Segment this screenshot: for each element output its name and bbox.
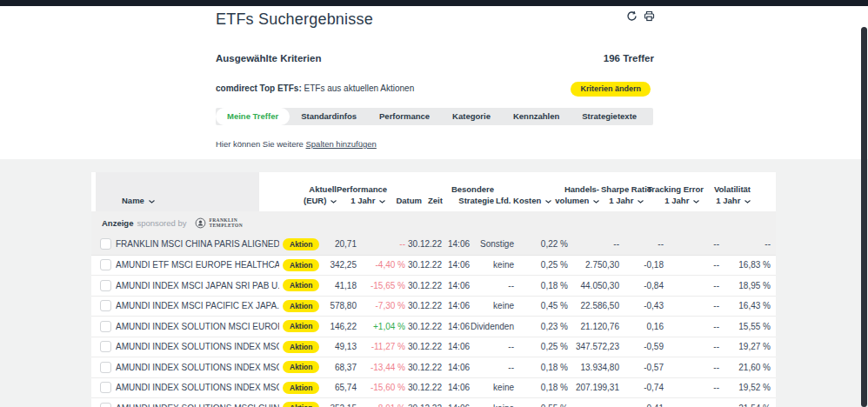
table-row: AMUNDI INDEX SOLUTIONS INDEX MSCI.. Akti…: [91, 357, 776, 378]
print-icon[interactable]: [644, 10, 655, 22]
table-row: FRANKLIN MSCI CHINA PARIS ALIGNED.. Akti…: [91, 234, 776, 255]
chevron-down-icon: [379, 200, 385, 204]
row-checkbox[interactable]: [100, 382, 111, 393]
row-checkbox[interactable]: [100, 341, 111, 352]
cell-datum: 30.12.22: [408, 363, 442, 372]
sponsored-label-row: Anzeige sponsored by FRANKLIN TEMPLETON: [91, 211, 776, 234]
cell-performance: -4,40 %: [376, 260, 405, 270]
table-row: AMUNDI ETF MSCI EUROPE HEALTHCARE.. Akti…: [91, 256, 776, 277]
aktion-badge[interactable]: Aktion: [283, 279, 319, 291]
vertical-scrollbar[interactable]: [861, 27, 867, 407]
aktion-badge[interactable]: Aktion: [283, 259, 319, 271]
etf-name-link[interactable]: AMUNDI INDEX SOLUTIONS INDEX MSCI..: [116, 383, 279, 392]
row-checkbox[interactable]: [100, 321, 111, 332]
cell-aktuell: 49,13: [335, 342, 357, 351]
change-criteria-button[interactable]: Kriterien ändern: [571, 82, 651, 97]
cell-tracking: --: [713, 363, 719, 372]
aktion-badge[interactable]: Aktion: [283, 320, 319, 332]
col-header-aktuell[interactable]: Aktuell(EUR): [301, 184, 337, 211]
cell-aktuell: 68,37: [335, 363, 357, 372]
etf-name-link[interactable]: FRANKLIN MSCI CHINA PARIS ALIGNED..: [116, 239, 279, 249]
row-checkbox[interactable]: [100, 362, 111, 373]
cell-sharpe: -0,18: [644, 260, 664, 270]
table-header-row: Name Aktuell(EUR) Performance1 Jahr Datu…: [91, 172, 776, 211]
table-row: AMUNDI INDEX SOLUTIONS INDEX MSCI.. Akti…: [91, 378, 776, 399]
cell-zeit: 14:06: [448, 383, 470, 392]
aktion-badge[interactable]: Aktion: [283, 300, 319, 312]
cell-datum: 30.12.22: [408, 260, 442, 270]
col-header-sharpe[interactable]: Sharpe Ratio1 Jahr: [601, 184, 647, 211]
row-checkbox[interactable]: [100, 259, 111, 270]
etf-name-link[interactable]: AMUNDI INDEX SOLUTIONS INDEX MSCI..: [116, 342, 279, 351]
cell-volumen: 2.750,30: [585, 260, 619, 270]
col-header-name[interactable]: Name: [96, 172, 259, 211]
etf-name-link[interactable]: AMUNDI ETF MSCI EUROPE HEALTHCARE..: [116, 260, 279, 270]
cell-sharpe: -0,43: [644, 301, 664, 310]
etf-name-link[interactable]: AMUNDI INDEX SOLUTIONS MSCI CHINA..: [116, 404, 279, 407]
col-header-volumen[interactable]: Handels-volumen: [550, 184, 601, 211]
col-header-badge-spacer: [259, 206, 301, 211]
table-body: AMUNDI ETF MSCI EUROPE HEALTHCARE.. Akti…: [91, 256, 776, 407]
tab-kategorie[interactable]: Kategorie: [441, 108, 502, 125]
cell-aktuell: 41,18: [335, 281, 357, 290]
etf-name-link[interactable]: AMUNDI INDEX MSCI JAPAN SRI PAB U..: [116, 281, 279, 290]
cell-zeit: 14:06: [448, 281, 470, 290]
aktion-badge[interactable]: Aktion: [283, 382, 319, 394]
cell-volumen: 207.199,31: [576, 383, 619, 392]
col-header-datum: Datum: [385, 196, 424, 211]
chevron-down-icon: [744, 200, 751, 204]
aktion-badge[interactable]: Aktion: [283, 361, 319, 373]
cell-aktuell: 65,74: [335, 383, 357, 392]
cell-performance: -8,91 %: [376, 404, 405, 407]
cell-vola: 16,43 %: [738, 301, 771, 310]
refresh-icon[interactable]: [626, 10, 638, 22]
top-dark-bar: [0, 0, 868, 6]
cell-kosten: 0,18 %: [541, 363, 568, 372]
tab-performance[interactable]: Performance: [368, 108, 441, 125]
etf-name-link[interactable]: AMUNDI INDEX MSCI PACIFIC EX JAPA..: [116, 301, 279, 310]
row-checkbox[interactable]: [100, 403, 111, 407]
table-row: AMUNDI INDEX SOLUTIONS INDEX MSCI.. Akti…: [91, 337, 776, 358]
aktion-badge[interactable]: Aktion: [283, 402, 319, 407]
cell-zeit: 14:06: [448, 239, 470, 249]
aktion-badge[interactable]: Aktion: [283, 238, 319, 250]
cell-strategie: --: [508, 363, 514, 372]
col-header-perf[interactable]: Performance1 Jahr: [337, 184, 385, 211]
cell-volumen: --: [613, 404, 619, 407]
col-header-vola[interactable]: Volatilität1 Jahr: [706, 184, 756, 211]
cell-performance: -15,60 %: [371, 383, 405, 392]
cell-strategie: --: [508, 342, 514, 351]
col-header-kosten[interactable]: Lfd. Kosten: [496, 196, 550, 211]
cell-zeit: 14:06: [448, 301, 470, 310]
criteria-heading: Ausgewählte Kriterien: [216, 53, 321, 63]
cell-strategie: keine: [493, 404, 514, 407]
cell-strategie: keine: [493, 260, 514, 270]
chevron-down-icon: [593, 200, 599, 204]
cell-volumen: 347.572,23: [576, 342, 619, 351]
cell-kosten: 0,25 %: [541, 260, 568, 270]
tab-meine-treffer[interactable]: Meine Treffer: [216, 108, 290, 125]
row-checkbox[interactable]: [100, 238, 111, 250]
etf-name-link[interactable]: AMUNDI INDEX SOLUTIONS INDEX MSCI..: [116, 363, 279, 372]
col-header-tracking[interactable]: Tracking Error1 Jahr: [647, 184, 706, 211]
cell-datum: 30.12.22: [408, 404, 442, 407]
chevron-down-icon: [693, 200, 699, 204]
cell-strategie: Sonstige: [480, 239, 514, 249]
tab-kennzahlen[interactable]: Kennzahlen: [502, 108, 571, 125]
cell-kosten: 0,22 %: [541, 239, 568, 249]
etf-name-link[interactable]: AMUNDI INDEX SOLUTION MSCI EUROPE..: [116, 322, 279, 331]
cell-sharpe: -0,59: [644, 342, 664, 351]
cell-performance: -15,65 %: [371, 281, 405, 290]
brand-line-2: TEMPLETON: [209, 223, 243, 228]
cell-sharpe: -0,41: [644, 404, 664, 407]
aktion-badge[interactable]: Aktion: [283, 341, 319, 353]
criteria-label: comdirect Top ETFs:: [216, 83, 302, 93]
cell-performance: -11,27 %: [371, 342, 405, 351]
add-columns-link[interactable]: Spalten hinzufügen: [306, 139, 377, 149]
tab-strategietexte[interactable]: Strategietexte: [571, 108, 648, 125]
cell-performance: --: [399, 239, 405, 249]
row-checkbox[interactable]: [100, 300, 111, 311]
tab-standardinfos[interactable]: Standardinfos: [290, 108, 368, 125]
row-checkbox[interactable]: [100, 280, 111, 291]
cell-sharpe: -0,74: [644, 383, 664, 392]
